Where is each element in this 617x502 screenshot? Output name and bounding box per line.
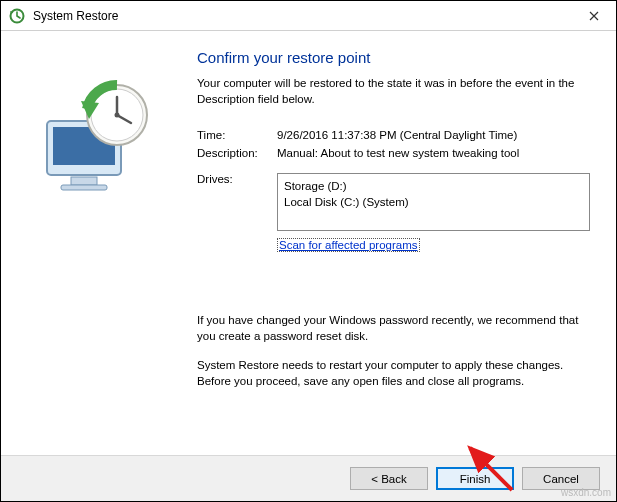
icon-column [21, 49, 191, 455]
watermark: wsxdn.com [561, 487, 611, 498]
restart-note: System Restore needs to restart your com… [197, 358, 590, 389]
titlebar: System Restore [1, 1, 616, 31]
content-column: Confirm your restore point Your computer… [191, 49, 596, 455]
description-label: Description: [197, 147, 277, 159]
close-button[interactable] [571, 1, 616, 30]
drive-item: Storage (D:) [284, 178, 583, 194]
restore-illustration-icon [31, 71, 161, 201]
page-subtext: Your computer will be restored to the st… [197, 76, 590, 107]
time-label: Time: [197, 129, 277, 141]
password-note: If you have changed your Windows passwor… [197, 313, 590, 344]
scan-affected-programs-link[interactable]: Scan for affected programs [277, 238, 420, 252]
button-bar: < Back Finish Cancel [1, 455, 616, 501]
svg-rect-3 [71, 177, 97, 185]
restore-info: Time: 9/26/2016 11:37:38 PM (Central Day… [197, 129, 590, 251]
finish-button[interactable]: Finish [436, 467, 514, 490]
drives-listbox[interactable]: Storage (D:) Local Disk (C:) (System) [277, 173, 590, 231]
drive-item: Local Disk (C:) (System) [284, 194, 583, 210]
svg-rect-4 [61, 185, 107, 190]
time-value: 9/26/2016 11:37:38 PM (Central Daylight … [277, 129, 590, 141]
system-restore-icon [9, 8, 25, 24]
back-button[interactable]: < Back [350, 467, 428, 490]
system-restore-window: System Restore [0, 0, 617, 502]
description-value: Manual: About to test new system tweakin… [277, 147, 590, 159]
window-title: System Restore [33, 9, 118, 23]
drives-label: Drives: [197, 173, 277, 231]
dialog-body: Confirm your restore point Your computer… [1, 31, 616, 455]
page-heading: Confirm your restore point [197, 49, 590, 66]
svg-point-7 [115, 113, 120, 118]
